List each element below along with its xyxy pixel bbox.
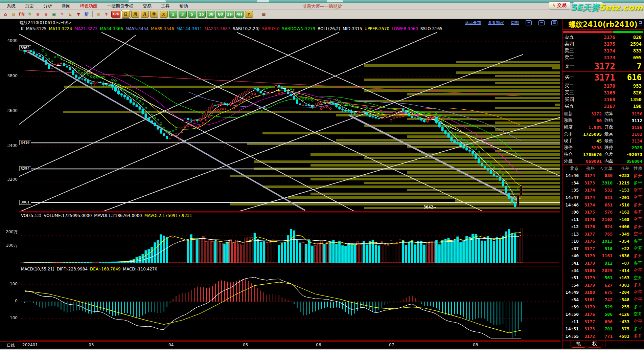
menu-item-2[interactable]: 页面 (20, 3, 39, 9)
filter-icon[interactable]: ▼ (75, 11, 82, 18)
draw-icon[interactable]: ✎ (59, 11, 66, 18)
bid-row[interactable]: 买四31681350 (562, 96, 644, 103)
zoom-in-icon[interactable]: ⊕ (34, 11, 41, 18)
stat-value: 3172 (577, 111, 604, 116)
period-chip-15[interactable]: 15 (198, 11, 206, 18)
tick-row: :133177765-349空平 (562, 231, 644, 238)
menu-item-9[interactable]: 帮助 (175, 3, 193, 9)
stat-row: 涨停3298跌停2925 (562, 144, 644, 151)
menu-item-7[interactable]: 交易 (138, 3, 156, 9)
chart-link-2[interactable]: 查看期权 (488, 20, 504, 26)
period-chip-Tick[interactable]: Tick (111, 11, 120, 18)
book-price: 3171 (579, 72, 615, 83)
period-chip-月[interactable]: 月 (141, 11, 149, 18)
tick-row: :4431802025-414空平 (562, 267, 644, 274)
app-window: 系统页面分析新闻特色功能一德期货专栏交易工具帮助 博易大师—一德期货 ϟ 交易 … (0, 0, 644, 350)
volume-panel[interactable]: VOL(5,13)VOLUME:1725095.0000MAVOL1:21867… (19, 213, 560, 265)
period-chip-30[interactable]: 30 (207, 11, 215, 18)
chart-link-1[interactable]: 商品叠加 (465, 20, 481, 26)
trend-chart-icon[interactable]: ↯ (103, 11, 110, 18)
menu-item-4[interactable]: 新闻 (57, 3, 75, 9)
tick-price: 3176 (579, 239, 595, 244)
tick-list[interactable]: 14:463174836+283多开:3431733910-1219多平:353… (562, 172, 644, 340)
tick-nature: 多开 (629, 333, 642, 339)
menu-item-1[interactable]: 系统 (2, 3, 20, 9)
book-qty: 2594 (615, 41, 642, 47)
ask-levels: 卖五3176820卖四31752594卖三3174833卖二3173695 (562, 34, 644, 61)
new-icon[interactable]: 新 (83, 11, 90, 18)
window-tab[interactable] (327, 0, 343, 2)
trade-button[interactable]: ϟ 交易 (549, 1, 570, 9)
ask-one-row[interactable]: 卖一31727 (562, 61, 644, 71)
quote-tab-笔[interactable]: 笔 (571, 341, 586, 348)
popup-window-icon[interactable] (637, 21, 642, 25)
tick-row: :113177696-433空平 (562, 318, 644, 325)
period-chip-日[interactable]: 日 (122, 11, 130, 18)
tick-row: :3431733910-1219多平 (562, 179, 644, 187)
tick-price: 3177 (579, 319, 595, 324)
stat-value: 1.93% (577, 125, 604, 130)
tick-nature: 多开 (629, 202, 642, 208)
tick-price: 3176 (579, 312, 595, 317)
quote-table-icon[interactable]: ▥ (95, 11, 102, 18)
period-chip-60[interactable]: 60 (216, 11, 225, 18)
chart-window-icon-3[interactable]: ▥ (551, 20, 557, 25)
price-tag-3254: 3254 (19, 166, 31, 171)
menu-item-6[interactable]: 一德期货专栏 (102, 3, 138, 9)
ask-row[interactable]: 卖二3173695 (562, 54, 644, 61)
window-tab[interactable] (257, 0, 269, 2)
period-chip-季[interactable]: 季 (150, 11, 158, 18)
fn-icon[interactable]: FN (18, 11, 25, 18)
overlay-icon[interactable]: ▣ (51, 11, 58, 18)
zoom-out-icon[interactable]: ⊖ (43, 11, 49, 18)
period-chip-4H[interactable]: 4H (235, 11, 244, 18)
site-watermark: 5E天资5etz.com (571, 2, 643, 13)
price-axis-label: 3400 (1, 143, 18, 148)
macd-panel[interactable]: MACD(10,55,21)DIFF:-223.9984DEA:-168.784… (19, 266, 560, 341)
menu-item-3[interactable]: 分析 (39, 3, 57, 9)
period-chip-X[interactable]: X (160, 11, 168, 18)
ztj-icon[interactable]: ▦ (260, 11, 267, 18)
tick-row: 14:483174681+510多开 (562, 201, 644, 209)
tick-price: 3173 (579, 180, 595, 185)
tick-price: 3176 (579, 224, 595, 229)
bid-one-row[interactable]: 买一3171616 (562, 72, 644, 83)
indicator-value: MAVOL1:2186764.0000 (94, 213, 142, 218)
ask-row[interactable]: 卖四31752594 (562, 41, 644, 47)
bid-row[interactable]: 买二3170953 (562, 83, 644, 89)
chart-window-icon-2[interactable]: → (538, 20, 545, 25)
menu-item-8[interactable]: 工具 (156, 3, 175, 9)
tick-volume: 506 (595, 312, 613, 317)
notes-icon[interactable]: ▤ (10, 11, 17, 18)
horn-icon[interactable]: ◣ (67, 11, 74, 18)
tick-row: :513179561+163空开 (562, 274, 644, 282)
main-chart-panel[interactable]: KMA5:3125MA13:3224MA21:3273MA34:3366MA55… (19, 26, 560, 212)
bid-row[interactable]: 买三3169826 (562, 89, 644, 96)
indicator-value: MACD(10,55,21) (21, 267, 54, 271)
chart-window-icon-1[interactable]: ← (526, 20, 532, 25)
refresh-icon[interactable]: ↻ (26, 11, 33, 18)
stat-value: 3134 (618, 138, 642, 144)
tick-time: 14:49 (564, 290, 579, 295)
ask-row[interactable]: 卖三3174833 (562, 47, 644, 54)
ask-row[interactable]: 卖五3176820 (562, 34, 644, 41)
period-chip-2H[interactable]: 2H (226, 11, 234, 18)
tick-time: 14:48 (564, 202, 579, 207)
tick-time: :11 (564, 319, 579, 324)
bid-row[interactable]: 买五3167198 (562, 103, 644, 110)
window-tab[interactable] (129, 0, 166, 2)
tick-oi-change: -201 (613, 195, 629, 200)
home-icon[interactable]: ⌂ (2, 11, 9, 18)
period-chip-周[interactable]: 周 (131, 11, 139, 18)
stat-value: 1725095 (577, 132, 604, 137)
quote-tab-权[interactable]: 权 (587, 341, 602, 348)
menu-item-5[interactable]: 特色功能 (75, 3, 102, 9)
period-chip-5[interactable]: 5 (188, 11, 196, 18)
menu-bar: 系统页面分析新闻特色功能一德期货专栏交易工具帮助 博易大师—一德期货 ϟ 交易 … (0, 3, 644, 10)
period-label[interactable]: 日线 (7, 343, 15, 348)
tick-oi-change: -204 (613, 290, 629, 295)
period-chip-Y[interactable]: Y (245, 11, 253, 18)
chart-link-3[interactable]: 周期 (511, 20, 519, 26)
period-chip-3[interactable]: 3 (179, 11, 187, 18)
period-chip-1[interactable]: 1 (169, 11, 177, 18)
